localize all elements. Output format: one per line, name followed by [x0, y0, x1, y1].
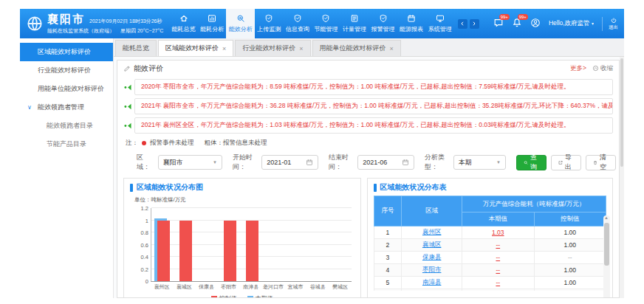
collapse-icon [592, 65, 599, 72]
bar-控制值 [224, 221, 236, 282]
nav-item[interactable]: 系统管理 [425, 9, 454, 38]
table-row: 2 襄城区 -- 1.00 [374, 239, 606, 252]
region-select[interactable]: 襄阳市 ▼ [158, 155, 222, 170]
nav-item[interactable]: 计量管理 [340, 9, 369, 38]
close-icon[interactable]: × [299, 45, 303, 52]
legend-note: 注： 报警事件未处理 粗体：报警信息未处理 [126, 139, 613, 148]
legend-swatch [247, 296, 253, 299]
query-button[interactable]: 查询 [516, 155, 547, 170]
region-link[interactable]: 枣阳市 [422, 266, 442, 273]
y-axis-tick: 0.2 [132, 266, 148, 272]
close-icon[interactable]: × [222, 45, 226, 52]
table-row: 5 南漳县 -- 1.00 [374, 277, 606, 289]
message-icon[interactable]: 99+ [493, 18, 504, 30]
y-axis-tick: 0.6 [132, 241, 148, 248]
alert-list: 2020年 枣阳市全市，年万元产值综合能耗为：8.59 吨标准煤/万元，控制值为… [123, 79, 613, 134]
scroll-up-icon[interactable]: ▲ [604, 215, 609, 220]
analysis-type-select[interactable]: 本期 ▼ [453, 155, 506, 170]
nav-item[interactable]: 信息查询 [284, 9, 312, 38]
export-icon [558, 159, 563, 166]
x-axis-label: 保康县 [195, 283, 217, 291]
x-axis-label: 樊城区 [329, 283, 351, 291]
region-link[interactable]: 保康县 [422, 253, 442, 260]
sidebar-item[interactable]: ∨ 能效领跑者管理 [20, 98, 113, 117]
table-scrollbar[interactable]: ▲ ▼ [603, 215, 610, 298]
table-panel: 区域能效状况分布表 序号 区域 万元产值综合能耗（吨标准 [367, 178, 613, 298]
sidebar-item[interactable]: 用能单位能效对标评价 [20, 80, 113, 98]
current-value-link[interactable]: 1.03 [492, 229, 504, 236]
control-value: 1.00 [534, 227, 606, 239]
tab[interactable]: 行业能效对标评价 × [235, 40, 310, 56]
title-marker [130, 184, 133, 192]
chevron-right-icon[interactable] [470, 19, 479, 29]
legend-item: 控制值 [211, 294, 237, 298]
start-date-input[interactable]: 2021-01 [261, 155, 318, 170]
x-axis-label: 老河口市 [262, 283, 284, 291]
monitor-icon [436, 14, 445, 24]
end-date-input[interactable]: 2021-06 [357, 155, 414, 170]
alert-row: 2021年 襄州区全区，年万元产值综合能耗为：1.03 吨标准煤/万元，控制值为… [123, 117, 613, 134]
alarm-badge: 99+ [518, 14, 528, 20]
header-actions: 99+ 99+ Hello,政府监管 ▾ 退出 [483, 9, 624, 38]
bell-icon[interactable]: 99+ [512, 18, 522, 30]
sidebar-item[interactable]: 行业能效对标评价 [20, 61, 113, 80]
chevron-left-icon[interactable] [458, 19, 467, 29]
main-area: 能耗总览 区域能效对标评价 × 行业能效对标评价 × 用能单位能效对 [114, 38, 624, 298]
legend-item: 本期值 [247, 294, 273, 298]
sidebar-item[interactable]: 区域能效对标评价 [20, 43, 113, 61]
tab-bar: 能耗总览 区域能效对标评价 × 行业能效对标评价 × 用能单位能效对 [114, 38, 624, 57]
region-link[interactable]: 南漳县 [422, 278, 442, 286]
clear-button[interactable]: 清空 [586, 155, 616, 170]
sidebar-item[interactable]: 能效领跑者目录 [20, 117, 113, 135]
table-title: 区域能效状况分布表 [380, 182, 447, 193]
more-link[interactable]: 更多> [570, 64, 586, 73]
week-weather: 星期四 20°C~27°C [120, 27, 163, 35]
scrollbar-thumb[interactable] [620, 58, 623, 167]
legend-swatch [211, 296, 217, 299]
logout-button[interactable]: 退出 [602, 17, 618, 31]
current-value-link[interactable]: -- [496, 254, 500, 261]
current-value-link[interactable]: -- [496, 241, 500, 249]
y-axis-tick: 0.8 [132, 229, 148, 236]
calendar-icon [306, 159, 313, 166]
nav-item[interactable]: 能源报表 [397, 9, 426, 38]
collapse-toggle[interactable]: 收缩 [592, 64, 613, 73]
shield-icon [379, 14, 388, 24]
tab[interactable]: 用能单位能效对标评价 × [312, 40, 401, 56]
chevron-down-icon: ▾ [592, 21, 594, 26]
tab[interactable]: 区域能效对标评价 × [158, 40, 233, 56]
export-button[interactable]: 导出 [551, 155, 581, 170]
y-axis-tick: 1.2 [132, 205, 148, 212]
trash-icon [593, 159, 597, 166]
nav-item[interactable]: 报警管理 [369, 9, 397, 38]
row-index: 3 [374, 252, 402, 264]
region-link[interactable]: 襄城区 [422, 241, 442, 248]
control-value: 1.00 [534, 239, 606, 252]
user-avatar-icon[interactable] [530, 18, 541, 30]
chart-unit-label: 单位：吨标准煤/万元 [134, 196, 354, 204]
meter-icon [350, 14, 359, 24]
current-value-link[interactable]: -- [496, 279, 500, 286]
y-axis-tick: 0.4 [132, 254, 148, 260]
nav-item[interactable]: 上传监测 [255, 9, 284, 38]
globe-logo-icon [26, 15, 44, 32]
scrollbar-thumb[interactable] [604, 223, 609, 266]
search-chart-icon [236, 14, 245, 24]
table-row: 1 襄州区 1.03 1.00 [374, 227, 606, 239]
nav-pager [454, 9, 483, 38]
region-link[interactable]: 襄州区 [422, 228, 442, 235]
close-icon[interactable]: × [390, 45, 394, 52]
x-axis-label: 南漳县 [240, 283, 262, 291]
shield-icon [293, 14, 302, 24]
sidebar-item[interactable]: 节能产品目录 [20, 135, 113, 153]
nav-item[interactable]: 节能管理 [312, 9, 340, 38]
gridline [151, 207, 352, 208]
main-scrollbar[interactable] [620, 57, 624, 298]
nav-item[interactable]: 能效分析 [226, 9, 255, 38]
nav-item[interactable]: 能耗分析 [198, 9, 227, 38]
current-value-link[interactable]: -- [496, 266, 500, 274]
control-value: 1.00 [534, 277, 606, 289]
user-greeting[interactable]: Hello,政府监管 ▾ [549, 19, 594, 28]
tab[interactable]: 能耗总览 [115, 40, 157, 56]
nav-item[interactable]: 能耗总览 [169, 9, 198, 38]
